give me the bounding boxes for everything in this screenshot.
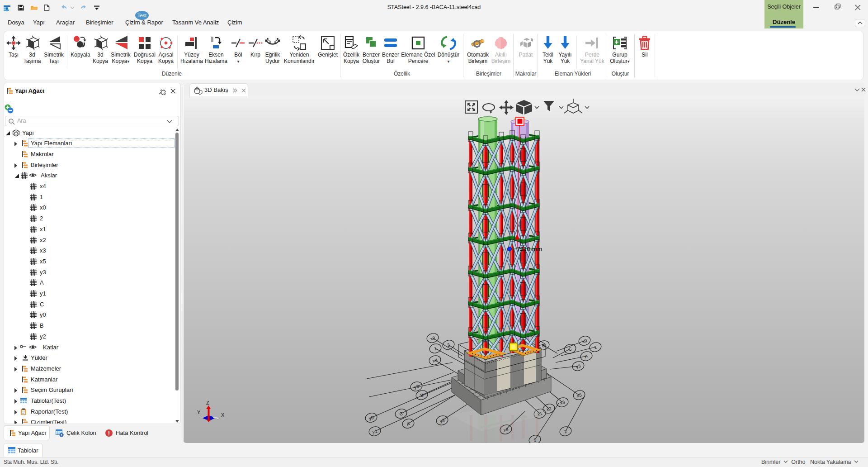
svg-text:X: X [221,412,225,418]
svg-text:C: C [399,411,403,416]
svg-text:Z: Z [206,400,209,405]
svg-text:1: 1 [594,344,597,350]
svg-text:y1: y1 [372,429,378,434]
svg-text:1: 1 [434,346,437,351]
svg-text:x5: x5 [576,392,582,398]
svg-text:2: 2 [447,342,450,348]
svg-text:y0: y0 [368,415,374,421]
svg-text:x0: x0 [430,335,436,341]
svg-text:y3: y3 [439,418,445,424]
svg-text:x0: x0 [582,338,588,344]
svg-text:x3: x3 [560,400,566,405]
svg-text:2: 2 [564,429,567,434]
svg-text:x2: x2 [546,406,552,412]
svg-text:x4: x4 [432,357,438,363]
svg-text:1: 1 [533,437,537,443]
svg-text:A: A [406,421,410,426]
svg-text:Y: Y [197,410,201,415]
svg-text:C: C [568,346,572,352]
svg-text:y3: y3 [576,363,581,369]
svg-text:A: A [585,353,589,359]
svg-text:7510 mm: 7510 mm [517,246,542,253]
